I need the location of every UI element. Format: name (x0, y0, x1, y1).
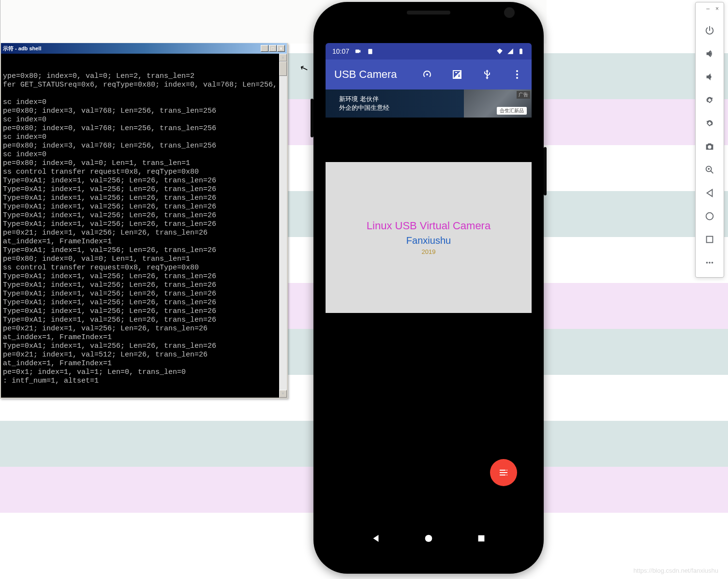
svg-rect-10 (478, 535, 484, 542)
card-status-icon (367, 48, 374, 55)
svg-rect-0 (356, 50, 359, 53)
recents-button[interactable] (476, 533, 487, 544)
svg-point-18 (712, 262, 713, 264)
ad-line2: 外企的中国生意经 (339, 104, 389, 112)
scroll-thumb[interactable] (279, 61, 287, 76)
side-button[interactable] (311, 99, 313, 137)
watermark-text: https://blog.csdn.net/fanxiushu (633, 567, 718, 574)
wifi-icon (496, 48, 504, 55)
ad-line1: 新环境 老伙伴 (339, 95, 389, 104)
preview-line3: 2019 (422, 248, 436, 255)
rotate-right-tool-button[interactable] (696, 112, 724, 135)
volume-up-tool-button[interactable] (696, 42, 724, 65)
terminal-title-text: 示符 - adb shell (3, 45, 41, 52)
terminal-output[interactable]: ype=0x80; index=0, val=0; Len=2, trans_l… (1, 54, 287, 398)
preview-line1: Linux USB Virtual Camera (367, 220, 490, 232)
svg-rect-3 (520, 48, 521, 49)
svg-rect-1 (368, 49, 372, 54)
camera-status-icon (354, 48, 362, 55)
more-icon[interactable] (511, 69, 523, 80)
back-tool-button[interactable] (696, 181, 724, 205)
svg-point-4 (516, 70, 518, 72)
volume-down-tool-button[interactable] (696, 65, 724, 89)
svg-rect-15 (707, 237, 713, 243)
camera-content: Linux USB Virtual Camera Fanxiushu 2019 (326, 118, 532, 525)
battery-icon (517, 48, 525, 55)
camera-preview[interactable]: Linux USB Virtual Camera Fanxiushu 2019 (326, 162, 532, 313)
preview-line2: Fanxiushu (406, 235, 451, 246)
toolbar-minimize-button[interactable]: – (706, 5, 710, 14)
back-button[interactable] (371, 533, 381, 544)
speaker-icon (407, 11, 450, 15)
app-title: USB Camera (334, 68, 397, 81)
svg-point-14 (706, 213, 713, 220)
home-button[interactable] (423, 533, 434, 544)
terminal-window: 示符 - adb shell _ □ × ype=0x80; index=0, … (0, 43, 288, 399)
home-tool-button[interactable] (696, 205, 724, 228)
terminal-scrollbar[interactable]: ▲ ▼ (279, 54, 287, 398)
power-button[interactable] (544, 147, 547, 195)
fab-menu-button[interactable] (490, 459, 517, 486)
terminal-titlebar[interactable]: 示符 - adb shell _ □ × (1, 43, 287, 54)
emulator-toolbar: – × (695, 2, 724, 278)
overview-tool-button[interactable] (696, 228, 724, 251)
status-time: 10:07 (332, 47, 349, 55)
ad-cta-button[interactable]: 合生汇新品 (497, 107, 527, 115)
phone-screen[interactable]: 10:07 USB Camera (326, 43, 532, 552)
svg-point-7 (506, 470, 507, 471)
screenshot-tool-button[interactable] (696, 135, 724, 158)
signal-icon (506, 48, 514, 55)
status-bar[interactable]: 10:07 (326, 43, 532, 59)
nav-bar (326, 525, 532, 552)
svg-rect-2 (520, 49, 522, 54)
svg-point-16 (706, 262, 708, 264)
front-camera-icon (504, 7, 515, 18)
svg-point-8 (506, 475, 507, 475)
more-tool-button[interactable] (696, 251, 724, 274)
ad-banner[interactable]: 新环境 老伙伴 外企的中国生意经 合生汇新品 广告 (326, 89, 532, 118)
zoom-tool-button[interactable] (696, 158, 724, 181)
svg-point-17 (709, 262, 711, 264)
minimize-button[interactable]: _ (261, 45, 268, 52)
scroll-up-button[interactable]: ▲ (279, 54, 287, 61)
usb-icon[interactable] (481, 69, 493, 80)
android-emulator: 10:07 USB Camera (313, 2, 544, 574)
rotate-left-tool-button[interactable] (696, 89, 724, 112)
maximize-button[interactable]: □ (269, 45, 277, 52)
phone-frame: 10:07 USB Camera (313, 2, 544, 574)
close-button[interactable]: × (277, 45, 285, 52)
toolbar-close-button[interactable]: × (715, 5, 719, 14)
scroll-down-button[interactable]: ▼ (279, 390, 287, 398)
app-bar: USB Camera (326, 59, 532, 89)
ad-badge: 广告 (517, 91, 530, 99)
power-tool-button[interactable] (696, 19, 724, 42)
svg-point-9 (425, 535, 432, 542)
exposure-icon[interactable] (451, 69, 463, 80)
svg-point-5 (516, 74, 518, 75)
broadcast-icon[interactable] (421, 69, 433, 80)
svg-point-6 (516, 77, 518, 79)
